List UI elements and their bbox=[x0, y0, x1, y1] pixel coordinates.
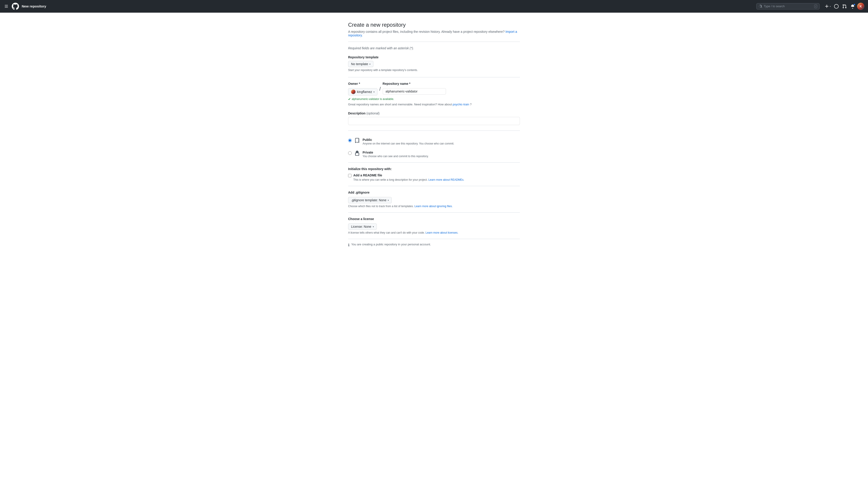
header: New repository Type / to search / bbox=[0, 0, 868, 13]
template-dropdown-arrow-icon: ▾ bbox=[369, 63, 370, 65]
owner-name: kingflamez bbox=[357, 90, 372, 94]
required-note: Required fields are marked with an aster… bbox=[348, 46, 520, 50]
license-hint-text: A license tells others what they can and… bbox=[348, 231, 425, 234]
owner-dropdown[interactable]: kingflamez ▾ bbox=[348, 88, 378, 95]
plus-icon bbox=[825, 4, 829, 9]
gitignore-title: Add .gitignore bbox=[348, 191, 520, 194]
gitignore-hint: Choose which files not to track from a l… bbox=[348, 205, 520, 208]
template-dropdown[interactable]: No template ▾ bbox=[348, 61, 373, 67]
private-radio-title: Private bbox=[362, 151, 520, 154]
slash-divider: / bbox=[379, 85, 381, 92]
inspiration-message: Great repository names are short and mem… bbox=[348, 103, 520, 106]
readme-label[interactable]: Add a README file bbox=[353, 173, 382, 177]
license-title: Choose a license bbox=[348, 217, 520, 221]
owner-section: Owner * kingflamez ▾ bbox=[348, 82, 378, 95]
pull-requests-button[interactable] bbox=[841, 3, 848, 10]
private-repo-icon bbox=[355, 151, 360, 157]
readme-desc-text: This is where you can write a long descr… bbox=[353, 178, 428, 181]
slash-kbd: / bbox=[814, 4, 817, 8]
description-label-text: Description bbox=[348, 112, 366, 115]
page-description-text: A repository contains all project files,… bbox=[348, 30, 505, 33]
gitignore-dropdown[interactable]: .gitignore template: None ▾ bbox=[348, 197, 392, 203]
description-label: Description (optional) bbox=[348, 112, 520, 115]
license-dropdown[interactable]: License: None ▾ bbox=[348, 224, 377, 230]
private-option: Private You choose who can see and commi… bbox=[348, 148, 520, 161]
user-avatar-button[interactable]: K bbox=[857, 3, 864, 10]
status-icon bbox=[834, 4, 838, 9]
description-optional-label: (optional) bbox=[367, 112, 380, 115]
description-input[interactable] bbox=[348, 117, 520, 125]
create-new-button[interactable] bbox=[824, 3, 832, 10]
gitignore-dropdown-value: .gitignore template: None bbox=[351, 198, 386, 202]
template-section: Repository template No template ▾ Start … bbox=[348, 55, 520, 72]
inspiration-suffix: ? bbox=[470, 103, 472, 106]
header-actions: K bbox=[824, 3, 864, 10]
license-dropdown-arrow-icon: ▾ bbox=[373, 226, 374, 228]
public-radio-content: Public Anyone on the internet can see th… bbox=[362, 138, 520, 145]
license-dropdown-value: License: None bbox=[351, 225, 371, 228]
owner-repo-row: Owner * kingflamez ▾ / Repository name * bbox=[348, 82, 520, 95]
private-radio-desc: You choose who can see and commit to thi… bbox=[362, 155, 520, 158]
main-content: Create a new repository A repository con… bbox=[344, 13, 524, 261]
inspiration-link[interactable]: psychic-train bbox=[453, 103, 469, 106]
page-description: A repository contains all project files,… bbox=[348, 30, 520, 37]
gitignore-section: Add .gitignore .gitignore template: None… bbox=[348, 186, 520, 208]
public-radio-desc: Anyone on the internet can see this repo… bbox=[362, 142, 520, 145]
notifications-button[interactable] bbox=[849, 3, 856, 10]
license-section: Choose a license License: None ▾ A licen… bbox=[348, 212, 520, 234]
search-keyboard-shortcut: / bbox=[814, 4, 817, 8]
visibility-section: Public Anyone on the internet can see th… bbox=[348, 130, 520, 161]
private-radio-content: Private You choose who can see and commi… bbox=[362, 151, 520, 158]
header-divider bbox=[348, 42, 520, 42]
search-icon bbox=[759, 4, 762, 8]
header-title: New repository bbox=[22, 4, 46, 8]
owner-dropdown-arrow-icon: ▾ bbox=[373, 91, 374, 93]
gitignore-learn-more-link[interactable]: Learn more about ignoring files. bbox=[414, 205, 453, 208]
search-box[interactable]: Type / to search / bbox=[756, 3, 820, 10]
hamburger-menu-button[interactable] bbox=[4, 4, 9, 9]
owner-repo-section: Owner * kingflamez ▾ / Repository name *… bbox=[348, 82, 520, 106]
pull-request-icon bbox=[842, 4, 847, 9]
template-label: Repository template bbox=[348, 55, 520, 59]
public-radio[interactable] bbox=[348, 139, 352, 142]
availability-row: ✔ alphanumeric-validator is available. bbox=[348, 96, 520, 101]
gitignore-dropdown-arrow-icon: ▾ bbox=[387, 199, 389, 202]
readme-desc: This is where you can write a long descr… bbox=[348, 178, 520, 181]
create-dropdown-chevron-icon bbox=[829, 5, 831, 8]
license-hint: A license tells others what they can and… bbox=[348, 231, 520, 234]
public-radio-title: Public bbox=[362, 138, 520, 141]
availability-message: ✔ alphanumeric-validator is available. bbox=[348, 97, 520, 101]
owner-avatar-small bbox=[351, 90, 356, 94]
repo-name-input[interactable] bbox=[383, 88, 446, 94]
template-dropdown-value: No template bbox=[351, 62, 368, 66]
license-learn-more-link[interactable]: Learn more about licenses. bbox=[426, 231, 459, 234]
page-heading: Create a new repository bbox=[348, 22, 520, 28]
status-button[interactable] bbox=[833, 3, 840, 10]
avatar: K bbox=[857, 3, 864, 10]
inspiration-text: Great repository names are short and mem… bbox=[348, 103, 452, 106]
readme-option: Add a README file bbox=[348, 173, 520, 177]
template-hint: Start your repository with a template re… bbox=[348, 69, 520, 72]
initialize-title: Initialize this repository with: bbox=[348, 167, 520, 171]
initialize-section: Initialize this repository with: Add a R… bbox=[348, 162, 520, 181]
repo-name-section: Repository name * bbox=[383, 82, 446, 94]
readme-learn-more-link[interactable]: Learn more about READMEs. bbox=[428, 178, 464, 181]
description-section: Description (optional) bbox=[348, 112, 520, 125]
public-repo-icon bbox=[355, 138, 360, 145]
repo-name-label: Repository name * bbox=[383, 82, 446, 86]
owner-label: Owner * bbox=[348, 82, 378, 86]
info-text: You are creating a public repository in … bbox=[351, 243, 431, 246]
info-section: ℹ You are creating a public repository i… bbox=[348, 239, 520, 247]
search-container: Type / to search / bbox=[756, 3, 820, 10]
availability-text: alphanumeric-validator is available. bbox=[352, 98, 394, 101]
github-logo bbox=[12, 3, 19, 10]
check-circle-icon: ✔ bbox=[348, 97, 351, 101]
create-new-dropdown bbox=[824, 3, 832, 10]
private-radio[interactable] bbox=[348, 151, 352, 155]
gitignore-hint-text: Choose which files not to track from a l… bbox=[348, 205, 414, 208]
search-placeholder: Type / to search bbox=[764, 4, 813, 8]
info-icon: ℹ bbox=[348, 243, 349, 247]
notification-dot bbox=[854, 4, 855, 5]
public-option: Public Anyone on the internet can see th… bbox=[348, 135, 520, 148]
readme-checkbox[interactable] bbox=[348, 174, 351, 177]
